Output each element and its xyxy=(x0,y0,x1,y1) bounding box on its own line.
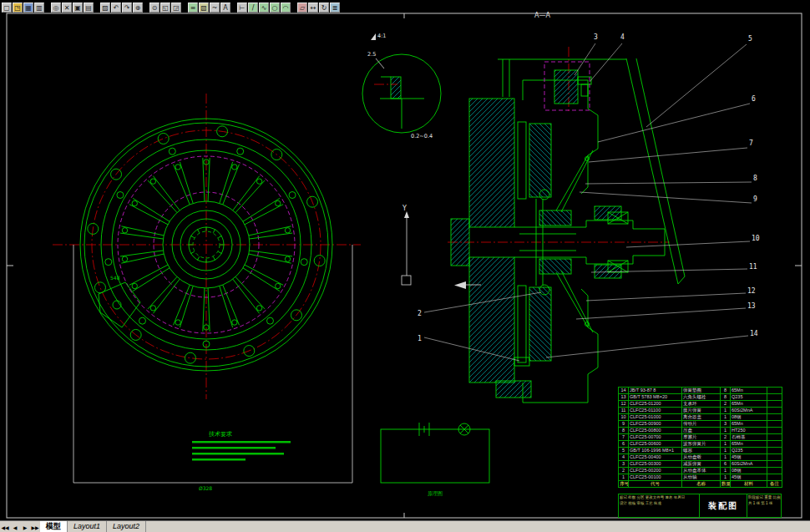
balloon-3: 3 xyxy=(594,33,598,41)
parts-cell: CLFC25-01100 xyxy=(629,408,682,414)
parts-cell: 8 xyxy=(619,428,629,434)
tab-nav-button-0[interactable]: ◀◀ xyxy=(0,524,10,530)
toolbar-icon-dim-style[interactable]: ⊢ xyxy=(237,3,247,13)
parts-cell: 2 xyxy=(721,434,731,441)
parts-cell: 3 xyxy=(619,461,629,468)
parts-cell: 1 xyxy=(721,428,731,434)
leader-line-8 xyxy=(585,182,752,184)
toolbar-icon-new[interactable]: ▢ xyxy=(2,3,12,13)
tab-nav-button-3[interactable]: ▶▶ xyxy=(30,524,40,530)
parts-cell: Q235 xyxy=(731,394,767,401)
balloon-10: 10 xyxy=(752,235,760,242)
parts-row: 11CLFC25-01100膜片弹簧160Si2MnA xyxy=(619,408,782,414)
tab-layout1[interactable]: Layout1 xyxy=(68,521,107,532)
parts-cell xyxy=(767,454,782,461)
toolbar-icon-rotate[interactable]: ↻ xyxy=(319,3,329,13)
parts-cell: 膜片弹簧 xyxy=(682,408,721,414)
leader-line-6 xyxy=(598,104,750,142)
tab-nav-button-2[interactable]: ▶ xyxy=(20,524,30,530)
toolbar-icon-print[interactable]: ▥ xyxy=(34,3,44,13)
tab-model[interactable]: 模型 xyxy=(40,521,68,532)
balloon-7: 7 xyxy=(749,139,753,147)
front-view: 548 Ø328 xyxy=(53,94,361,491)
parts-cell: 从动轴 xyxy=(682,474,721,481)
balloon-14: 14 xyxy=(750,330,758,337)
parts-header-cell: 数量 xyxy=(721,481,731,488)
parts-row: 3CLFC25-00300减振弹簧660Si2MnA xyxy=(619,461,782,468)
toolbar-icon-paste[interactable]: ▤ xyxy=(84,3,94,13)
parts-table: 14JB/T 93-87 8弹簧垫圈865Mn13GB/T 5783 M8×20… xyxy=(618,387,782,488)
toolbar-icon-redo[interactable]: ↷ xyxy=(122,3,132,13)
toolbar-icon-erase[interactable]: ▱ xyxy=(297,3,307,13)
parts-row: 2CLFC25-00200从动盘本体108钢 xyxy=(619,468,782,474)
parts-cell: 石棉基 xyxy=(731,434,767,441)
parts-cell: 传动片 xyxy=(682,421,721,428)
schematic-caption: 原理图 xyxy=(428,490,443,497)
detail-view: 4:1 2.5 0.2~0.4 xyxy=(362,33,441,139)
parts-cell: 4 xyxy=(619,454,629,461)
toolbar-icon-cut[interactable]: ✕ xyxy=(62,3,72,13)
title-block-row2: 设计 校核 审核 工艺 批准 xyxy=(619,500,699,506)
toolbar-icon-draw-polyline[interactable]: ∿ xyxy=(259,3,269,13)
toolbar-icon-match-props[interactable]: ▨ xyxy=(100,3,110,13)
parts-cell xyxy=(767,388,782,394)
parts-row: 9CLFC25-00900传动片365Mn xyxy=(619,421,782,428)
toolbar-icon-undo[interactable]: ↶ xyxy=(111,3,121,13)
parts-cell: CLFC25-00300 xyxy=(629,461,682,468)
toolbar-icon-zoom-window[interactable]: ◱ xyxy=(160,3,170,13)
toolbar-icon-pan[interactable]: ⊕ xyxy=(133,3,143,13)
parts-cell xyxy=(767,468,782,474)
toolbar-icon-save[interactable]: ▦ xyxy=(23,3,33,13)
parts-row: 10CLFC25-01000离合器盖108钢 xyxy=(619,414,782,421)
parts-cell: 1 xyxy=(721,474,731,481)
parts-cell: CLFC25-00700 xyxy=(629,434,682,441)
parts-cell: CLFC25-00900 xyxy=(629,421,682,428)
toolbar-icon-zoom-realtime[interactable]: ⊙ xyxy=(149,3,159,13)
parts-cell xyxy=(767,474,782,481)
parts-cell: 六角头螺栓 xyxy=(682,394,721,401)
parts-cell: 65Mn xyxy=(731,388,767,394)
toolbar-icon-preview[interactable]: ◎ xyxy=(51,3,61,13)
parts-cell: 1 xyxy=(619,474,629,481)
toolbar-icon-zoom-previous[interactable]: ◲ xyxy=(171,3,181,13)
tab-layout2[interactable]: Layout2 xyxy=(107,521,146,532)
parts-cell: CLFC25-00800 xyxy=(629,428,682,434)
toolbar-icon-linetype[interactable]: ~ xyxy=(210,3,220,13)
parts-cell: 9 xyxy=(619,421,629,428)
toolbar-icon-draw-arc[interactable]: ◠ xyxy=(281,3,291,13)
parts-cell: 摩擦片 xyxy=(682,434,721,441)
parts-header-cell: 代号 xyxy=(629,481,682,488)
parts-header-cell: 材料 xyxy=(731,481,767,488)
ucs-y-label: Y xyxy=(402,205,407,212)
parts-cell: 12 xyxy=(619,401,629,408)
section-view: A—A xyxy=(448,12,685,403)
detail-arrow-icon xyxy=(371,33,376,40)
parts-cell: 1 xyxy=(721,468,731,474)
parts-cell: 1 xyxy=(721,408,731,414)
tab-nav-button-1[interactable]: ◀ xyxy=(10,524,20,530)
toolbar-icon-copy[interactable]: ▣ xyxy=(73,3,83,13)
section-arrow-icon xyxy=(454,281,466,289)
toolbar-icon-text-style[interactable]: A xyxy=(220,3,230,13)
title-block-right2: 共 1 张 第 1 张 xyxy=(747,500,781,506)
leader-line-4 xyxy=(590,43,622,82)
leader-line-14 xyxy=(546,336,748,357)
parts-cell: 65Mn xyxy=(731,401,767,408)
parts-cell: 65Mn xyxy=(731,421,767,428)
toolbar-icon-draw-line[interactable]: / xyxy=(248,3,258,13)
parts-cell: 14 xyxy=(619,388,629,394)
parts-cell xyxy=(767,408,782,414)
detail-scale-label: 4:1 xyxy=(377,33,386,39)
parts-cell: 1 xyxy=(721,448,731,454)
roughness-label: 2.5 xyxy=(367,51,376,58)
toolbar-icon-move[interactable]: ↔ xyxy=(308,3,318,13)
balloon-6: 6 xyxy=(752,95,756,103)
toolbar-icon-open[interactable]: ◳ xyxy=(13,3,23,13)
toolbar-icon-properties[interactable]: ≣ xyxy=(330,3,340,13)
toolbar-icon-layer-color[interactable]: ▧ xyxy=(199,3,209,13)
toolbar-icon-draw-circle[interactable]: ○ xyxy=(270,3,280,13)
parts-cell: 65Mn xyxy=(731,441,767,448)
toolbar-icon-layers[interactable]: ≡ xyxy=(188,3,198,13)
schematic-view: 原理图 xyxy=(381,423,489,497)
balloon-9: 9 xyxy=(753,195,757,203)
